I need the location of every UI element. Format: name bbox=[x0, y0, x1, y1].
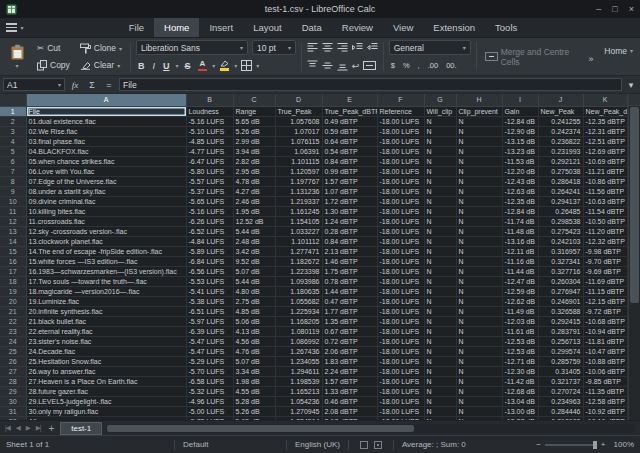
cell[interactable]: -18.00 LUFS bbox=[377, 396, 424, 406]
cell[interactable]: -18.00 LUFS bbox=[377, 276, 424, 286]
cell[interactable] bbox=[627, 266, 628, 276]
cell[interactable]: 4.56 dB bbox=[233, 336, 275, 346]
cell[interactable]: -5.47 LUFS bbox=[186, 346, 233, 356]
cell[interactable]: -11.61 dB bbox=[502, 326, 538, 336]
row-header-21[interactable]: 21 bbox=[0, 306, 26, 316]
cell[interactable]: -10.86 dBTP bbox=[583, 176, 627, 186]
cell[interactable]: 5.44 dB bbox=[233, 276, 275, 286]
cell[interactable]: 1.055682 bbox=[275, 296, 322, 306]
cell[interactable]: N bbox=[456, 276, 502, 286]
cell[interactable] bbox=[627, 226, 628, 236]
cell[interactable]: 1.198539 bbox=[275, 376, 322, 386]
page-style[interactable]: Default bbox=[183, 440, 278, 449]
cell[interactable]: 03.final phase.flac bbox=[26, 136, 186, 146]
cell[interactable]: 0.299574 bbox=[538, 346, 583, 356]
cell[interactable]: -5.16 LUFS bbox=[186, 116, 233, 126]
merge-cells-icon-button[interactable] bbox=[363, 61, 376, 70]
cell[interactable]: 21.black bullet.flac bbox=[26, 316, 186, 326]
cell[interactable]: 22.eternal reality.flac bbox=[26, 326, 186, 336]
cell[interactable]: -18.00 LUFS bbox=[377, 386, 424, 396]
cell[interactable]: N bbox=[456, 226, 502, 236]
cell[interactable]: 0.31405 bbox=[538, 366, 583, 376]
format-percent-button[interactable]: % bbox=[401, 61, 412, 70]
cell[interactable]: 5.26 dB bbox=[233, 126, 275, 136]
cell[interactable]: 4.80 dB bbox=[233, 286, 275, 296]
close-button[interactable]: × bbox=[629, 0, 634, 18]
cell[interactable]: N bbox=[456, 316, 502, 326]
cell[interactable]: -18.00 LUFS bbox=[377, 116, 424, 126]
cell[interactable]: 0.256713 bbox=[538, 336, 583, 346]
cell[interactable] bbox=[627, 186, 628, 196]
cell[interactable] bbox=[627, 316, 628, 326]
cell[interactable]: -18.00 LUFS bbox=[377, 156, 424, 166]
font-name-combobox[interactable]: Liberation Sans ▾ bbox=[136, 40, 248, 55]
cell[interactable]: N bbox=[424, 396, 456, 406]
row-header-19[interactable]: 19 bbox=[0, 286, 26, 296]
cell[interactable]: -5.65 LUFS bbox=[186, 196, 233, 206]
cell[interactable]: 28.future gazer.flac bbox=[26, 386, 186, 396]
cell[interactable]: -6.58 LUFS bbox=[186, 376, 233, 386]
cell[interactable]: N bbox=[424, 126, 456, 136]
cell[interactable]: 0.242103 bbox=[538, 236, 583, 246]
cell[interactable]: 4.85 dB bbox=[233, 306, 275, 316]
cell[interactable]: 2.13 dBTP bbox=[322, 246, 377, 256]
cell[interactable]: -6.39 LUFS bbox=[186, 326, 233, 336]
cell[interactable]: 29.LEVEL5-judgelight-.flac bbox=[26, 396, 186, 406]
cell[interactable]: N bbox=[456, 216, 502, 226]
zoom-in-button[interactable]: + bbox=[601, 440, 606, 449]
cell[interactable]: 3.94 dB bbox=[233, 146, 275, 156]
cell[interactable]: -11.16 dB bbox=[502, 256, 538, 266]
cell[interactable]: 01.dual existence.flac bbox=[26, 116, 186, 126]
cell[interactable]: N bbox=[424, 336, 456, 346]
cell[interactable]: -11.69 dBTP bbox=[583, 276, 627, 286]
cell[interactable]: -18.00 LUFS bbox=[377, 166, 424, 176]
indent-increase-button[interactable] bbox=[352, 42, 363, 53]
cell[interactable]: 0.78 dBTP bbox=[322, 276, 377, 286]
column-header-I[interactable]: I bbox=[502, 94, 538, 106]
cell[interactable]: 1.57 dBTP bbox=[322, 376, 377, 386]
cell[interactable] bbox=[627, 416, 628, 420]
cell[interactable]: Loudness bbox=[186, 106, 233, 116]
cell[interactable]: N bbox=[456, 396, 502, 406]
cell[interactable]: 12.sky -crossroads version-.flac bbox=[26, 226, 186, 236]
cell[interactable]: N bbox=[456, 126, 502, 136]
cell[interactable]: 19.Luminize.flac bbox=[26, 296, 186, 306]
cell[interactable]: -18.00 LUFS bbox=[377, 416, 424, 420]
cell[interactable]: 1.33 dBTP bbox=[322, 386, 377, 396]
cell[interactable]: N bbox=[456, 266, 502, 276]
row-header-15[interactable]: 15 bbox=[0, 246, 26, 256]
align-right-button[interactable] bbox=[337, 42, 348, 53]
cell[interactable]: N bbox=[456, 376, 502, 386]
tab-file[interactable]: File bbox=[119, 18, 154, 37]
cell[interactable]: -10.63 dBTP bbox=[583, 196, 627, 206]
cell[interactable]: -12.58 dBTP bbox=[583, 396, 627, 406]
cell[interactable] bbox=[627, 246, 628, 256]
cell[interactable]: -5.38 LUFS bbox=[186, 296, 233, 306]
cell[interactable]: 02.We Rise.flac bbox=[26, 126, 186, 136]
column-header-J[interactable]: J bbox=[538, 94, 583, 106]
zoom-out-button[interactable]: − bbox=[536, 440, 541, 449]
cell[interactable]: 0.292415 bbox=[538, 316, 583, 326]
cell[interactable]: 1.75 dBTP bbox=[322, 266, 377, 276]
column-header-B[interactable]: B bbox=[186, 94, 233, 106]
last-sheet-button[interactable]: ▶| bbox=[34, 424, 43, 432]
tab-tools[interactable]: Tools bbox=[485, 18, 527, 37]
cell[interactable]: N bbox=[456, 256, 502, 266]
cell[interactable]: -5.29 LUFS bbox=[186, 356, 233, 366]
cell[interactable]: -5.10 LUFS bbox=[186, 126, 233, 136]
cell[interactable]: -10.10 dBTP bbox=[583, 416, 627, 420]
cell[interactable]: True_Peak bbox=[275, 106, 322, 116]
cell[interactable]: -11.48 dB bbox=[502, 226, 538, 236]
column-header-A[interactable]: A bbox=[26, 94, 186, 106]
row-header-11[interactable]: 11 bbox=[0, 206, 26, 216]
cell[interactable]: Range bbox=[233, 106, 275, 116]
delete-decimal-button[interactable]: 00. bbox=[444, 61, 458, 70]
cell[interactable]: 1.054236 bbox=[275, 396, 322, 406]
cell[interactable]: 0.260304 bbox=[538, 276, 583, 286]
cell[interactable]: -18.00 LUFS bbox=[377, 296, 424, 306]
cell[interactable]: 1.197767 bbox=[275, 176, 322, 186]
cell[interactable]: -18.00 LUFS bbox=[377, 356, 424, 366]
cell[interactable]: -11.15 dBTP bbox=[583, 286, 627, 296]
cell[interactable]: -12.51 dBTP bbox=[583, 136, 627, 146]
cell[interactable]: 0.326588 bbox=[538, 306, 583, 316]
